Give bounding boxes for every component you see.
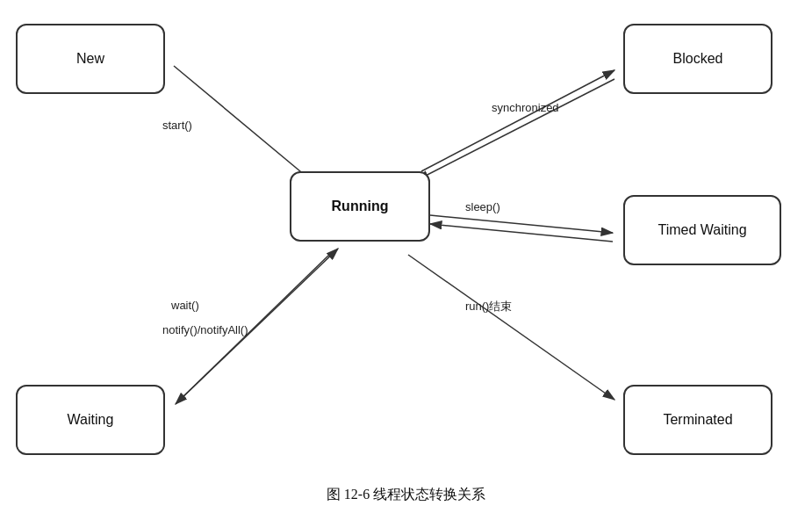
state-blocked: Blocked (623, 24, 772, 94)
state-timed-waiting-label: Timed Waiting (658, 222, 746, 238)
svg-line-2 (174, 66, 316, 184)
svg-line-3 (421, 70, 614, 171)
svg-line-8 (408, 255, 614, 400)
caption: 图 12-6 线程状态转换关系 (0, 486, 812, 504)
label-start: start() (162, 119, 192, 132)
state-new: New (16, 24, 165, 94)
state-terminated-label: Terminated (663, 412, 732, 428)
label-synchronized: synchronized (492, 101, 559, 114)
state-blocked-label: Blocked (673, 51, 723, 67)
svg-line-9 (417, 79, 614, 180)
state-waiting: Waiting (16, 385, 165, 455)
svg-line-5 (430, 224, 613, 242)
diagram: New Running Blocked Timed Waiting Waitin… (0, 0, 812, 474)
svg-line-4 (430, 215, 613, 233)
state-running-label: Running (332, 199, 389, 214)
state-running: Running (290, 171, 430, 242)
label-notify: notify()/notifyAll() (162, 323, 248, 336)
state-terminated: Terminated (623, 385, 772, 455)
state-new-label: New (76, 51, 104, 67)
state-timed-waiting: Timed Waiting (623, 195, 781, 265)
state-waiting-label: Waiting (68, 412, 114, 428)
label-wait: wait() (171, 299, 199, 312)
label-run-end: run()结束 (465, 299, 512, 314)
label-sleep: sleep() (465, 200, 500, 213)
